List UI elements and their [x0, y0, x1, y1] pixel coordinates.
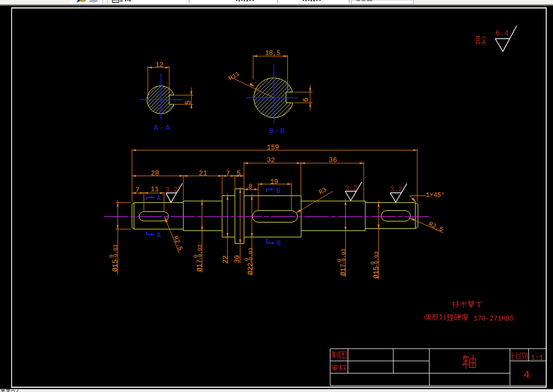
- svg-text:18,5: 18,5: [265, 50, 280, 57]
- svg-text:Ø17: Ø17: [196, 260, 204, 272]
- svg-text:11: 11: [151, 185, 159, 193]
- svg-text:3.2: 3.2: [390, 185, 402, 193]
- svg-text:21: 21: [199, 170, 207, 177]
- svg-text:B-B: B-B: [269, 127, 286, 135]
- svg-text:12: 12: [155, 61, 164, 69]
- svg-text:Ø17: Ø17: [339, 264, 347, 276]
- svg-text:0: 0: [370, 261, 376, 264]
- svg-text:4: 4: [523, 369, 530, 381]
- svg-text:170-271HBS: 170-271HBS: [473, 315, 514, 323]
- svg-text:28: 28: [151, 170, 160, 177]
- svg-text:1:1: 1:1: [531, 354, 543, 362]
- svg-text:0: 0: [109, 254, 115, 257]
- svg-text:Ø15: Ø15: [372, 266, 380, 279]
- svg-text:B: B: [277, 188, 280, 195]
- svg-text:36: 36: [329, 156, 337, 164]
- svg-text:0: 0: [337, 259, 343, 262]
- svg-text:A: A: [157, 195, 161, 202]
- svg-text:0: 0: [193, 254, 199, 257]
- svg-text:A: A: [157, 232, 161, 239]
- svg-text:19: 19: [270, 178, 278, 186]
- svg-text:Ø22: Ø22: [247, 263, 254, 275]
- svg-text:5: 5: [184, 100, 192, 104]
- svg-text:B: B: [277, 240, 281, 247]
- svg-text:3.2: 3.2: [165, 186, 178, 194]
- svg-text:A-A: A-A: [154, 124, 172, 132]
- svg-text:30: 30: [233, 255, 241, 263]
- svg-text:1×45°: 1×45°: [426, 192, 445, 199]
- svg-text:5: 5: [236, 170, 241, 177]
- svg-text:7: 7: [135, 186, 139, 194]
- svg-text:6.4: 6.4: [495, 29, 508, 38]
- svg-text:32: 32: [267, 156, 275, 164]
- svg-text:159: 159: [267, 144, 279, 152]
- svg-text:3.2: 3.2: [345, 184, 357, 192]
- svg-text:Ø15: Ø15: [111, 260, 119, 272]
- svg-text:6: 6: [302, 97, 310, 102]
- svg-text:7: 7: [226, 170, 230, 177]
- svg-text:22: 22: [222, 255, 230, 264]
- svg-text:0: 0: [244, 257, 250, 261]
- svg-text:8: 8: [249, 183, 253, 191]
